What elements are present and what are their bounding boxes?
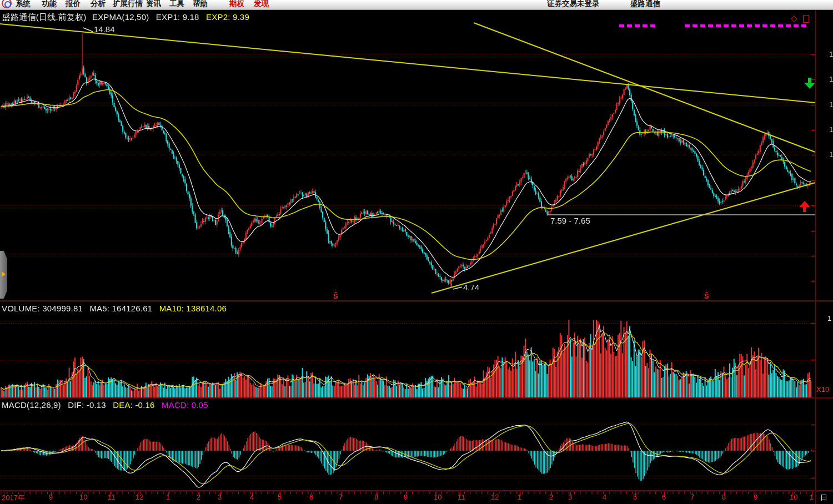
axis-month-label: 11	[108, 493, 116, 501]
menu-item-帮助[interactable]: 帮助	[193, 0, 208, 9]
panel-separator	[0, 300, 833, 301]
sell-signal-marker: Ŝ	[333, 292, 338, 300]
axis-month-label: 10	[434, 493, 441, 501]
axis-month-label: 7	[339, 493, 343, 501]
axis-month-label: 3	[218, 493, 222, 501]
axis-month-label: 1	[810, 493, 814, 501]
status-trade-login: 证券交易未登录	[547, 0, 600, 9]
axis-month-label: 5	[633, 493, 637, 501]
axis-month-label: 7	[690, 493, 694, 501]
expand-arrow-icon	[2, 271, 6, 277]
panel-separator	[0, 397, 833, 399]
macd-header: MACD(12,26,9) DIF: -0.13 DEA: -0.16 MACD…	[2, 400, 208, 410]
app-menubar: 证券交易未登录 盛路通信 系统功能报价分析扩展行情资讯工具帮助期权发现	[0, 0, 833, 10]
dashed-drawing-marker[interactable]	[619, 24, 657, 27]
app-logo-icon	[2, 0, 12, 8]
axis-month-label: 4	[250, 493, 254, 501]
axis-month-label: 1	[518, 493, 521, 501]
axis-month-label: 1	[166, 493, 170, 501]
axis-month-label: 11	[458, 493, 465, 501]
axis-month-label: 3	[568, 493, 572, 501]
menu-item-分析[interactable]: 分析	[91, 0, 106, 9]
axis-month-label: 10	[79, 493, 87, 501]
red-up-arrow-icon[interactable]	[799, 201, 810, 207]
menu-item-功能[interactable]: 功能	[42, 0, 57, 9]
dashed-drawing-marker[interactable]	[685, 24, 806, 27]
trading-app-window: 证券交易未登录 盛路通信 系统功能报价分析扩展行情资讯工具帮助期权发现 盛路通信…	[0, 0, 833, 504]
axis-month-label: 9	[49, 493, 53, 501]
kline-chart-canvas[interactable]	[0, 0, 833, 504]
rect-tool-icon[interactable]	[803, 15, 809, 23]
menu-item-发现[interactable]: 发现	[254, 0, 269, 9]
price-annotation-range: 7.59 - 7.65	[550, 216, 590, 225]
menu-item-资讯[interactable]: 资讯	[146, 0, 161, 9]
axis-month-label: 2	[549, 493, 553, 501]
menu-item-扩展行情[interactable]: 扩展行情	[113, 0, 143, 9]
left-panel-expand-tab[interactable]	[0, 251, 7, 299]
menu-item-系统[interactable]: 系统	[16, 0, 31, 9]
axis-price-label-partial: 1	[829, 125, 833, 134]
green-down-arrow-icon[interactable]	[804, 83, 815, 89]
period-day-label[interactable]: 日	[820, 493, 827, 503]
dif-value: DIF: -0.13	[68, 400, 106, 410]
volume-ma10-value: MA10: 138614.06	[159, 304, 227, 313]
chart-title-name: 盛路通信(日线.前复权)	[2, 12, 87, 22]
macd-params: MACD(12,26,9)	[2, 400, 61, 410]
axis-month-label: 9	[404, 493, 408, 501]
price-annotation-low: 4.74	[463, 283, 479, 292]
exp1-value: EXP1: 9.18	[156, 12, 199, 22]
volume-axis-label-partial: 1	[827, 314, 831, 322]
red-up-arrow-icon[interactable]	[803, 206, 806, 212]
volume-value: VOLUME: 304999.81	[2, 304, 83, 313]
axis-month-label: 5	[278, 493, 282, 501]
axis-price-label-partial: 1	[829, 100, 833, 109]
chart-title: 盛路通信(日线.前复权) EXPMA(12,50) EXP1: 9.18 EXP…	[2, 12, 249, 23]
menu-item-工具[interactable]: 工具	[169, 0, 184, 9]
axis-month-label: 6	[662, 493, 666, 501]
volume-scale-label: X10	[816, 385, 829, 394]
exp2-value: EXP2: 9.39	[206, 12, 249, 22]
axis-month-label: 12	[136, 493, 143, 501]
sell-signal-marker: Ŝ	[704, 292, 709, 300]
axis-price-label-partial: 1	[829, 150, 833, 159]
chart-title-indicator: EXPMA(12,50)	[92, 12, 149, 22]
volume-ma5-value: MA5: 164126.61	[89, 304, 152, 313]
axis-month-label: 4	[603, 493, 606, 501]
axis-month-label: 10	[790, 493, 797, 501]
axis-month-label: 8	[722, 493, 726, 501]
green-down-arrow-icon[interactable]	[808, 78, 811, 83]
menu-item-报价[interactable]: 报价	[66, 0, 81, 9]
panel-separator	[0, 490, 833, 491]
axis-month-label: 2	[197, 493, 200, 501]
dea-value: DEA: -0.16	[113, 400, 154, 410]
price-annotation-high: 14.84	[94, 24, 115, 34]
status-stock-name: 盛路通信	[630, 0, 660, 9]
axis-month-label: 9	[754, 493, 757, 501]
menu-item-期权[interactable]: 期权	[229, 0, 244, 9]
axis-price-label-partial: 1	[829, 75, 833, 83]
axis-month-label: 12	[491, 493, 499, 501]
axis-price-label-partial: 1	[829, 50, 833, 58]
volume-header: VOLUME: 304999.81 MA5: 164126.61 MA10: 1…	[2, 304, 227, 313]
axis-month-label: 6	[309, 493, 313, 501]
axis-month-label: 8	[374, 493, 378, 501]
axis-month-label: 2017年	[2, 493, 25, 503]
macd-value: MACD: 0.05	[162, 400, 208, 410]
